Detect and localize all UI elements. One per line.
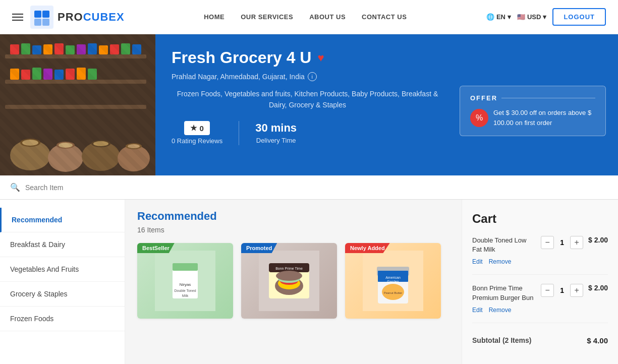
store-image [0,34,155,175]
cart-item-1-info: Double Toned Low Fat Milk Edit Remove [472,236,536,265]
offer-box: OFFER % Get $ 30.00 off on orders above … [460,86,606,136]
cart-item-2-info: Bonn Prime Time Premium Burger Bun Edit … [472,284,536,313]
main-wrapper: 🔍 Recommended Breakfast & Dairy Vegetabl… [0,175,618,364]
cart-panel: Cart Double Toned Low Fat Milk Edit Remo… [462,200,618,364]
cart-item-2-name: Bonn Prime Time Premium Burger Bun [472,284,536,302]
store-title-row: Fresh Grocery 4 U ♥ [172,48,443,67]
offer-icon: % [470,109,488,127]
language-selector[interactable]: 🌐 EN ▾ [486,13,511,21]
svg-point-40 [128,144,140,148]
product-image-1: Niryas Double Toned Milk [137,243,233,319]
products-grid: BestSeller Niryas Double Toned Milk [137,243,450,319]
currency-flag-icon: 🇺🇸 [517,13,525,21]
search-input[interactable] [25,184,608,192]
favorite-icon[interactable]: ♥ [317,51,324,65]
svg-point-34 [57,142,75,149]
nav-services[interactable]: OUR SERVICES [241,13,293,21]
store-name: Fresh Grocery 4 U [172,48,311,67]
store-image-svg [0,34,155,175]
svg-point-37 [22,140,38,146]
store-location: Prahlad Nagar, Ahmedabad, Gujarat, India… [172,72,443,81]
svg-rect-16 [88,43,97,54]
store-stats: ★ 0 0 Rating Reviews 30 mins Delivery Ti… [172,121,443,145]
svg-point-55 [276,271,302,281]
product-img-svg-2: Bonn Prime Time [259,251,319,311]
svg-rect-20 [132,44,141,54]
svg-text:Niryas: Niryas [180,282,191,287]
svg-rect-24 [43,69,52,80]
svg-point-32 [118,145,150,171]
cart-item-1: Double Toned Low Fat Milk Edit Remove − … [472,236,608,275]
logout-button[interactable]: LOGOUT [552,8,606,26]
cart-item-2-qty-control: − 1 + [541,284,583,297]
sidebar-item-grocery[interactable]: Grocery & Staples [0,282,125,307]
svg-rect-13 [54,43,64,54]
star-icon: ★ [190,124,197,133]
svg-rect-4 [42,19,49,26]
hamburger-button[interactable] [12,14,23,21]
svg-rect-14 [66,45,75,54]
cart-item-1-remove[interactable]: Remove [489,258,512,265]
cart-item-1-price: $ 2.00 [588,236,608,244]
svg-point-38 [59,143,73,148]
svg-point-35 [91,140,110,147]
svg-rect-2 [42,11,49,18]
delivery-block: 30 mins Delivery Time [255,122,313,144]
cart-item-2-edit[interactable]: Edit [472,307,483,314]
nav-contact[interactable]: CONTACT US [362,13,407,21]
product-image-3: American Garden Peanut Butter [345,243,441,319]
sidebar: Recommended Breakfast & Dairy Vegetables… [0,200,125,364]
cart-item-2-increment[interactable]: + [570,284,583,297]
sidebar-item-frozen[interactable]: Frozen Foods [0,307,125,331]
svg-text:Double Toned: Double Toned [174,289,196,292]
cart-subtotal: Subtotal (2 Items) $ 4.00 [472,332,608,345]
section-title: Recommended [137,210,450,223]
cart-item-2: Bonn Prime Time Premium Burger Bun Edit … [472,284,608,323]
rating-block: ★ 0 0 Rating Reviews [172,121,239,145]
svg-text:American: American [385,276,401,279]
delivery-label: Delivery Time [256,137,296,144]
svg-rect-23 [32,68,41,80]
svg-rect-3 [34,19,41,26]
cart-subtotal-label: Subtotal (2 Items) [472,336,531,344]
sidebar-item-vegetables[interactable]: Vegetables And Fruits [0,257,125,282]
product-card-2: Promoted Bonn Prime Time [241,243,337,319]
cart-item-1-edit[interactable]: Edit [472,258,483,265]
offer-text: Get $ 30.00 off on orders above $ 100.00… [493,108,595,128]
svg-rect-27 [77,68,86,80]
svg-rect-0 [30,6,53,29]
svg-text:Bonn Prime Time: Bonn Prime Time [275,267,303,270]
nav-about[interactable]: ABOUT US [309,13,346,21]
delivery-time: 30 mins [255,122,297,135]
sidebar-item-recommended[interactable]: Recommended [0,208,125,232]
search-icon: 🔍 [10,183,20,192]
product-badge-promoted: Promoted [241,243,277,253]
product-img-svg-1: Niryas Double Toned Milk [155,251,215,311]
svg-rect-21 [10,69,19,80]
cart-item-2-remove[interactable]: Remove [489,307,512,314]
store-categories: Frozen Foods, Vegetables and fruits, Kit… [172,88,443,111]
sidebar-item-breakfast-dairy[interactable]: Breakfast & Dairy [0,232,125,257]
info-icon[interactable]: i [308,72,317,81]
svg-text:Peanut Butter: Peanut Butter [384,291,403,294]
search-bar: 🔍 [0,175,618,200]
currency-label: USD [527,13,541,21]
cart-item-1-decrement[interactable]: − [541,236,554,249]
nav-home[interactable]: HOME [204,13,224,21]
lang-chevron-icon: ▾ [508,13,511,21]
svg-rect-12 [43,44,52,54]
navbar-right: 🌐 EN ▾ 🇺🇸 USD ▾ LOGOUT [486,8,606,26]
cart-item-1-increment[interactable]: + [570,236,583,249]
location-text: Prahlad Nagar, Ahmedabad, Gujarat, India [172,73,305,81]
items-count: 16 Items [137,226,450,234]
svg-rect-25 [54,70,64,80]
logo-icon [30,6,53,29]
svg-rect-7 [5,80,146,84]
currency-selector[interactable]: 🇺🇸 USD ▾ [517,13,546,21]
offer-content: % Get $ 30.00 off on orders above $ 100.… [470,108,595,128]
cart-item-2-decrement[interactable]: − [541,284,554,297]
rating-number: 0 [199,124,203,133]
navbar-nav: HOME OUR SERVICES ABOUT US CONTACT US [204,13,407,21]
lang-label: EN [496,13,505,21]
svg-text:Milk: Milk [182,294,189,297]
